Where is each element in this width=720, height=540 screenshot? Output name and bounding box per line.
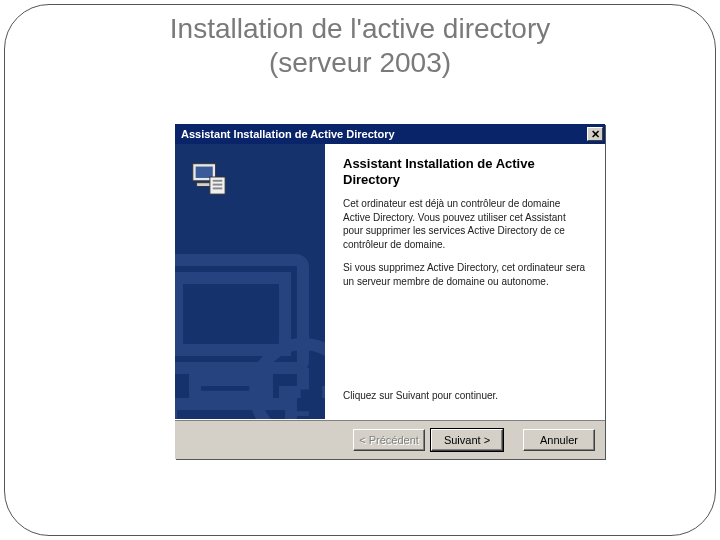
slide-title: Installation de l'active directory (serv…	[0, 12, 720, 79]
wizard-heading: Assistant Installation de Active Directo…	[343, 156, 587, 187]
wizard-paragraph-2: Si vous supprimez Active Directory, cet …	[343, 261, 587, 288]
watermark-icon	[175, 224, 325, 419]
svg-rect-4	[213, 180, 223, 182]
svg-rect-1	[196, 167, 213, 178]
next-button-label: Suivant >	[444, 434, 490, 446]
svg-rect-10	[175, 404, 291, 419]
back-button: < Précédent	[353, 429, 425, 451]
wizard-paragraph-1: Cet ordinateur est déjà un contrôleur de…	[343, 197, 587, 251]
close-icon: ✕	[591, 129, 600, 140]
svg-rect-6	[213, 187, 223, 189]
svg-rect-8	[177, 278, 285, 350]
close-button[interactable]: ✕	[587, 127, 603, 141]
right-panel: Assistant Installation de Active Directo…	[325, 144, 605, 419]
svg-rect-3	[210, 177, 225, 194]
side-panel	[175, 144, 325, 419]
cancel-button[interactable]: Annuler	[523, 429, 595, 451]
continue-hint: Cliquez sur Suivant pour continuer.	[343, 390, 587, 401]
slide-title-line2: (serveur 2003)	[269, 47, 451, 78]
back-button-label: < Précédent	[359, 434, 419, 446]
wizard-window: Assistant Installation de Active Directo…	[175, 124, 605, 459]
titlebar: Assistant Installation de Active Directo…	[175, 124, 605, 144]
svg-rect-5	[213, 184, 223, 186]
server-icon	[189, 158, 227, 196]
content-area: Assistant Installation de Active Directo…	[175, 144, 605, 419]
slide-title-line1: Installation de l'active directory	[170, 13, 550, 44]
next-button[interactable]: Suivant >	[431, 429, 503, 451]
window-title: Assistant Installation de Active Directo…	[181, 128, 395, 140]
cancel-button-label: Annuler	[540, 434, 578, 446]
button-bar: < Précédent Suivant > Annuler	[175, 419, 605, 459]
